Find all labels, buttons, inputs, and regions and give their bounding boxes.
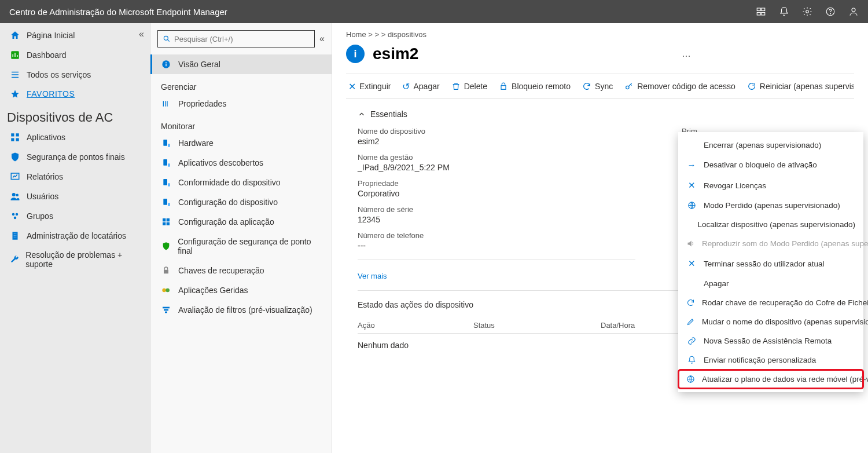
cmd-delete[interactable]: Delete: [449, 82, 490, 91]
managedapps-icon: [161, 286, 171, 295]
menu-updatecell[interactable]: Atualizar o plano de dados via rede móve…: [678, 370, 863, 389]
menu-customnotif[interactable]: Enviar notificação personalizada: [678, 350, 863, 370]
chevron-up-icon: [358, 110, 366, 118]
svg-rect-25: [168, 144, 170, 147]
dashboard-icon: [9, 50, 21, 60]
svg-rect-9: [11, 133, 14, 136]
nav-reports[interactable]: Relatórios: [0, 167, 150, 187]
subnav-deviceconfig[interactable]: Configuração do dispositivo: [150, 192, 332, 212]
ownership-value: Corporativo: [358, 189, 635, 198]
help-icon[interactable]: [825, 6, 836, 17]
globe-icon: [686, 201, 697, 210]
link-icon: [686, 337, 697, 345]
list-icon: [9, 70, 21, 80]
subnav-compliance[interactable]: Conformidade do dispositivo: [150, 173, 332, 192]
svg-point-43: [626, 86, 629, 89]
cmd-wipe[interactable]: ↺Apagar: [400, 81, 442, 92]
menu-erase[interactable]: Apagar: [678, 274, 863, 293]
svg-rect-31: [168, 203, 170, 206]
nav-home-label: Página Inicial: [27, 31, 75, 40]
globe-icon: [686, 375, 695, 383]
nav-dashboard[interactable]: Dashboard: [0, 45, 150, 65]
trash-icon: [451, 82, 461, 91]
cmd-removepasscode[interactable]: Remover código de acesso: [622, 82, 738, 91]
directories-icon[interactable]: [756, 6, 766, 17]
menu-lostmode[interactable]: Modo Perdido (apenas supervisionado): [678, 196, 863, 215]
svg-point-38: [165, 288, 170, 293]
menu-revoke[interactable]: ✕Revogar Licenças: [678, 175, 863, 196]
svg-point-14: [12, 193, 16, 196]
notifications-icon[interactable]: [779, 6, 789, 17]
settings-icon[interactable]: [802, 6, 812, 17]
subnav-managedapps[interactable]: Aplicações Geridas: [150, 280, 332, 300]
sound-icon: [686, 239, 695, 248]
svg-rect-11: [11, 138, 14, 141]
sync-icon: [582, 82, 591, 91]
home-icon: [9, 30, 21, 41]
ownership-label: Propriedade: [358, 179, 635, 188]
undo-icon: ↺: [402, 81, 410, 92]
svg-rect-32: [163, 218, 165, 221]
nav-troubleshoot-label: Resolução de problemas + suporte: [25, 250, 141, 269]
nav-tenant[interactable]: Administração de locatários: [0, 226, 150, 246]
subnav-discoveredapps[interactable]: Aplicativos descobertos: [150, 153, 332, 173]
menu-shutdown[interactable]: Encerrar (apenas supervisionado): [678, 136, 863, 155]
menu-logout[interactable]: ✕Terminar sessão do utilizador atual: [678, 253, 863, 274]
svg-rect-3: [762, 13, 765, 16]
topbar-icons: [756, 6, 859, 17]
menu-locate[interactable]: Localizar dispositivo (apenas supervisio…: [678, 215, 863, 234]
nav-troubleshoot[interactable]: Resolução de problemas + suporte: [0, 246, 150, 273]
nav-favorites[interactable]: FAVORITOS: [0, 85, 150, 103]
subnav-recoverykeys[interactable]: Chaves de recuperação: [150, 261, 332, 280]
menu-rotate[interactable]: Rodar chave de recuperação do Cofre de F…: [678, 293, 863, 312]
see-more-link[interactable]: Ver mais: [358, 272, 387, 280]
subnav-overview[interactable]: Visão Geral: [150, 54, 332, 74]
info-icon: [161, 60, 171, 69]
subnav-properties[interactable]: Propriedades: [150, 94, 332, 114]
subnav-endpointsecconfig[interactable]: Configuração de segurança de ponto final: [150, 232, 332, 261]
nav-allservices[interactable]: Todos os serviços: [0, 65, 150, 85]
tenant-icon: [9, 231, 21, 241]
info-icon: i: [346, 45, 365, 63]
svg-point-4: [806, 10, 809, 13]
nav-allservices-label: Todos os serviços: [27, 70, 91, 79]
cmd-remotelock[interactable]: Bloqueio remoto: [496, 82, 573, 91]
menu-remoteassist[interactable]: Nova Sessão de Assistência Remota: [678, 331, 863, 350]
wrench-icon: [9, 254, 20, 265]
subnav-appconfig[interactable]: Configuração da aplicação: [150, 212, 332, 232]
svg-rect-0: [757, 8, 760, 11]
device-icon: [161, 198, 171, 207]
nav-users[interactable]: Usuários: [0, 187, 150, 206]
subnav-hardware[interactable]: Hardware: [150, 133, 332, 153]
svg-rect-30: [163, 199, 167, 205]
nav-endpointsec[interactable]: Segurança de pontos finais: [0, 147, 150, 167]
nav-groups[interactable]: Grupos: [0, 206, 150, 226]
svg-point-37: [162, 288, 166, 293]
feedback-icon[interactable]: [848, 6, 859, 17]
cmd-retire[interactable]: ✕Extinguir: [346, 81, 393, 92]
menu-playsound: Reproduzir som do Modo Perdido (apenas s…: [678, 234, 863, 253]
menu-disableactlock[interactable]: →Desativar o bloqueio de ativação: [678, 155, 863, 175]
search-box[interactable]: [157, 30, 315, 48]
cmd-restart[interactable]: Reiniciar (apenas supervisionado): [745, 82, 854, 91]
search-input[interactable]: [174, 35, 310, 43]
users-icon: [9, 191, 21, 202]
phone-label: Número de telefone: [358, 231, 635, 240]
collapse-leftnav-icon[interactable]: «: [139, 29, 144, 39]
subnav-filtereval[interactable]: Avaliação de filtros (pré-visualização): [150, 300, 332, 320]
svg-rect-28: [163, 179, 167, 185]
top-bar: Centro de Administração do Microsoft End…: [0, 0, 868, 23]
filter-icon: [161, 305, 171, 315]
arrow-right-icon: →: [686, 160, 697, 170]
breadcrumb[interactable]: Home > > > dispositivos: [346, 30, 854, 39]
svg-rect-19: [13, 232, 18, 240]
collapse-subnav-icon[interactable]: «: [319, 34, 325, 44]
nav-home[interactable]: Página Inicial: [0, 25, 150, 45]
more-icon[interactable]: …: [682, 49, 692, 59]
nav-apps[interactable]: Aplicativos: [0, 127, 150, 147]
sub-nav: « Visão Geral Gerenciar Propriedades Mon…: [150, 23, 332, 453]
menu-rename[interactable]: Mudar o nome do dispositivo (apenas supe…: [678, 312, 863, 331]
report-icon: [9, 171, 21, 182]
cmd-sync[interactable]: Sync: [580, 82, 615, 91]
essentials-toggle[interactable]: Essentials: [358, 109, 635, 119]
